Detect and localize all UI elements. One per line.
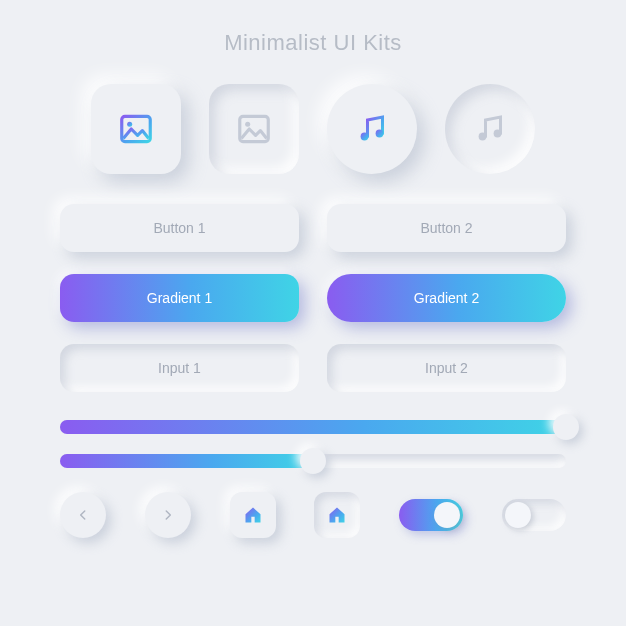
home-icon [327,505,347,525]
gradient-button-2[interactable]: Gradient 2 [327,274,566,322]
svg-point-3 [245,122,250,127]
image-tile-raised[interactable] [91,84,181,174]
input-1[interactable]: Input 1 [60,344,299,392]
svg-point-7 [494,130,502,138]
svg-rect-2 [240,116,269,141]
svg-point-1 [127,122,132,127]
slider-1-thumb[interactable] [553,414,579,440]
image-tile-inset[interactable] [209,84,299,174]
slider-2[interactable] [60,454,566,468]
toggle-off[interactable] [502,499,566,531]
toggle-on[interactable] [399,499,463,531]
home-button-inset[interactable] [314,492,360,538]
home-icon [243,505,263,525]
button-2[interactable]: Button 2 [327,204,566,252]
home-button-raised[interactable] [230,492,276,538]
toggle-knob [434,502,460,528]
music-tile-raised[interactable] [327,84,417,174]
button-row-neutral: Button 1 Button 2 [60,204,566,252]
next-button[interactable] [145,492,191,538]
svg-point-6 [479,133,487,141]
chevron-left-icon [76,508,90,522]
music-icon [472,111,508,147]
image-icon [117,110,155,148]
button-1[interactable]: Button 1 [60,204,299,252]
slider-1-fill [60,420,566,434]
svg-point-5 [376,130,384,138]
input-row: Input 1 Input 2 [60,344,566,392]
input-2[interactable]: Input 2 [327,344,566,392]
music-icon [354,111,390,147]
chevron-right-icon [161,508,175,522]
icon-tile-row [91,84,535,174]
page-title: Minimalist UI Kits [224,30,402,56]
prev-button[interactable] [60,492,106,538]
slider-2-fill [60,454,313,468]
gradient-button-1[interactable]: Gradient 1 [60,274,299,322]
slider-2-thumb[interactable] [300,448,326,474]
svg-point-4 [361,133,369,141]
toggle-knob [505,502,531,528]
slider-1[interactable] [60,420,566,434]
image-icon [235,110,273,148]
svg-rect-0 [122,116,151,141]
button-row-gradient: Gradient 1 Gradient 2 [60,274,566,322]
bottom-controls-row [60,492,566,538]
music-tile-inset[interactable] [445,84,535,174]
